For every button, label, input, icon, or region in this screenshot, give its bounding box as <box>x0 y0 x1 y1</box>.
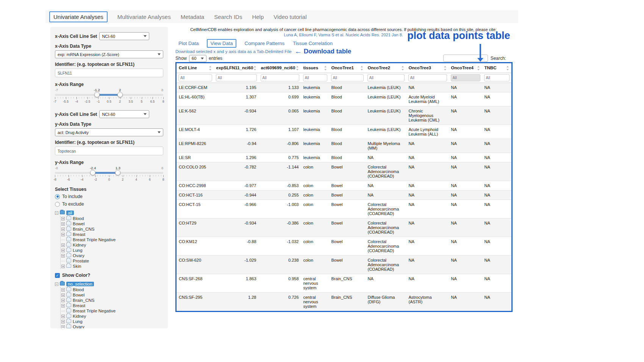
col-header-oncotree1[interactable]: OncoTree1 <box>329 63 366 73</box>
table-row[interactable]: LE:HL-60(TB)1.3070.699leukemiaBloodLeuke… <box>176 92 512 106</box>
tab-plot-data[interactable]: Plot Data <box>178 41 199 46</box>
filter-input-act609699-nci60[interactable] <box>261 74 299 81</box>
download-link[interactable]: Download selected x and y axis data as a… <box>175 49 292 54</box>
tab-compare-patterns[interactable]: Compare Patterns <box>245 41 285 46</box>
expand-icon[interactable]: + <box>61 299 65 302</box>
col-header-tnbc[interactable]: TNBC <box>482 63 512 73</box>
table-row[interactable]: CO:KM12-0.88-1.032colonBowelColorectal A… <box>176 237 512 256</box>
col-header-oncotree4[interactable]: OncoTree4 <box>449 63 482 73</box>
nav-item-video-tutorial[interactable]: Video tutorial <box>274 14 306 20</box>
table-row[interactable]: CO:COLO 205-0.782-1.144colonBowelColorec… <box>176 162 512 181</box>
x-data-type-select[interactable]: exp: mRNA Expression (Z-Score) <box>55 50 163 58</box>
table-row[interactable]: CO:HT29-0.934-0.386colonBowelColorectal … <box>176 218 512 237</box>
tree-node-ovary[interactable]: +Ovary <box>61 324 163 328</box>
expand-icon[interactable]: + <box>61 243 65 247</box>
tree-node-skin[interactable]: +Skin <box>61 264 163 269</box>
y-data-type-select[interactable]: act: Drug Activity <box>55 128 163 136</box>
tree-node-lung[interactable]: +Lung <box>61 248 163 253</box>
expand-icon[interactable]: + <box>61 315 65 318</box>
y-cell-line-set-select[interactable]: NCI-60 <box>99 110 149 118</box>
expand-icon[interactable]: + <box>61 320 65 323</box>
y-range-slider[interactable]: -88-2.41.3-8-6-4-202468 <box>55 166 163 183</box>
filter-input-tnbc[interactable] <box>484 74 510 81</box>
x-identifier-input[interactable] <box>55 69 163 77</box>
expand-icon[interactable]: + <box>61 228 65 231</box>
x-cell-line-set-select[interactable]: NCI-60 <box>99 32 149 40</box>
nav-item-help[interactable]: Help <box>252 14 264 20</box>
filter-input-oncotree4[interactable] <box>451 74 480 81</box>
nav-item-search-ids[interactable]: Search IDs <box>214 14 242 20</box>
expand-icon[interactable]: + <box>61 249 65 252</box>
tree-node-kidney[interactable]: +Kidney <box>61 242 163 248</box>
folder-icon <box>66 264 71 268</box>
tree-node-blood[interactable]: +Blood <box>61 287 163 292</box>
expand-icon[interactable]: + <box>61 288 65 292</box>
collapse-icon[interactable]: − <box>55 211 58 215</box>
filter-input-oncotree1[interactable] <box>331 74 364 81</box>
nav-item-multivariate-analyses[interactable]: Multivariate Analyses <box>117 14 171 20</box>
col-header-expslfn11-nci60[interactable]: expSLFN11_nci60 <box>214 63 259 73</box>
tree-node-bowel[interactable]: +Bowel <box>61 292 163 298</box>
radio-to-exclude[interactable]: To exclude <box>55 201 163 207</box>
radio-to-include[interactable]: To include <box>55 193 163 200</box>
filter-input-cell-line[interactable] <box>178 74 212 81</box>
range-handle-to[interactable] <box>117 92 123 97</box>
expand-icon[interactable]: + <box>61 233 65 236</box>
expand-icon[interactable]: + <box>61 222 65 226</box>
folder-icon <box>66 298 71 302</box>
table-row[interactable]: LE:RPMI-8226-0.94-0.806leukemiaBloodMult… <box>176 139 512 153</box>
collapse-icon[interactable]: − <box>55 282 58 286</box>
table-row[interactable]: LE:SR1.2960.775leukemiaBloodNANANANA <box>176 153 512 162</box>
table-row[interactable]: LE:CCRF-CEM1.1951.133leukemiaBloodLeukem… <box>176 83 512 92</box>
table-row[interactable]: CNS:SF-2951.280.726central nervous syste… <box>176 293 512 312</box>
entries-select[interactable]: 60 <box>189 55 206 62</box>
table-row[interactable]: CO:HCT-15-0.966-1.003colonBowelColorecta… <box>176 200 512 218</box>
filter-input-tissues[interactable] <box>303 74 327 81</box>
expand-icon[interactable]: + <box>61 293 65 297</box>
tree-node-kidney[interactable]: +Kidney <box>61 314 163 319</box>
expand-icon[interactable]: + <box>61 265 65 268</box>
table-row[interactable]: CO:SW-620-1.0290.238colonBowelColorectal… <box>176 256 512 274</box>
tree-node-bowel[interactable]: +Bowel <box>61 221 163 226</box>
tree-node-brain-cns[interactable]: +Brain_CNS <box>61 298 163 303</box>
tree-node-ovary[interactable]: +Ovary <box>61 253 163 258</box>
tree-node-lung[interactable]: +Lung <box>61 319 163 324</box>
tree-node-breast[interactable]: +Breast <box>61 303 163 308</box>
range-handle-to[interactable] <box>115 170 120 175</box>
tree-node-brain-cns[interactable]: +Brain_CNS <box>61 226 163 232</box>
table-row[interactable]: LE:K-562-0.9340.065leukemiaBloodLeukemia… <box>176 106 512 125</box>
tree-node-all[interactable]: all <box>66 211 74 215</box>
tab-tissue-correlation[interactable]: Tissue Correlation <box>293 41 333 46</box>
col-header-tissues[interactable]: tissues <box>301 63 329 73</box>
range-handle-from[interactable] <box>94 92 100 97</box>
tree-node-breast[interactable]: +Breast <box>61 232 163 237</box>
nav-item-univariate-analyses[interactable]: Univariate Analyses <box>49 11 108 22</box>
x-cell-line-set-label: x-Axis Cell Line Set <box>55 34 97 39</box>
tab-view-data[interactable]: View Data <box>207 39 236 48</box>
col-header-oncotree2[interactable]: OncoTree2 <box>366 63 406 73</box>
expand-icon[interactable]: + <box>61 217 65 220</box>
range-handle-from[interactable] <box>90 170 95 175</box>
expand-icon[interactable]: + <box>61 325 65 329</box>
tree-node-breast-triple-negative[interactable]: Breast Triple Negative <box>61 237 163 242</box>
col-header-act609699-nci60[interactable]: act609699_nci60 <box>259 63 301 73</box>
table-row[interactable]: CO:HCC-2998-0.977-0.853colonBowelNANANAN… <box>176 181 512 190</box>
y-identifier-input[interactable] <box>55 147 163 155</box>
nav-item-metadata[interactable]: Metadata <box>181 14 205 20</box>
tree-node-breast-triple-negative[interactable]: Breast Triple Negative <box>61 308 163 314</box>
filter-input-oncotree3[interactable] <box>408 74 447 81</box>
col-header-oncotree3[interactable]: OncoTree3 <box>406 63 449 73</box>
tree-node-prostate[interactable]: Prostate <box>61 258 163 264</box>
expand-icon[interactable]: + <box>61 304 65 307</box>
x-range-slider[interactable]: -78-1.22-7-5.5-4-2.5-10.523.556.58 <box>55 88 163 105</box>
col-header-cell-line[interactable]: Cell Line <box>176 63 214 73</box>
table-row[interactable]: LE:MOLT-41.7261.107leukemiaBloodLeukemia… <box>176 125 512 139</box>
table-row[interactable]: CNS:SF-2681.8630.958central nervous syst… <box>176 274 512 293</box>
filter-input-oncotree2[interactable] <box>367 74 405 81</box>
table-row[interactable]: CO:HCT-116-0.9440.255colonBowelNANANANA <box>176 190 512 200</box>
filter-input-expslfn11-nci60[interactable] <box>216 74 257 81</box>
tree-node-blood[interactable]: +Blood <box>61 216 163 221</box>
expand-icon[interactable]: + <box>61 254 65 257</box>
show-color-checkbox[interactable]: ✓ Show Color? <box>55 272 163 278</box>
tree-node-no-selection[interactable]: no_selection <box>66 282 94 286</box>
